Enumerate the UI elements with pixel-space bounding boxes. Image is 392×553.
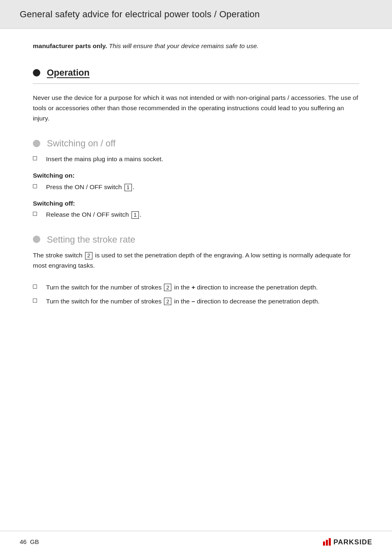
stroke-rate-text-1: Turn the switch for the number of stroke…	[46, 296, 359, 306]
intro-paragraph: manufacturer parts only. This will ensur…	[33, 41, 359, 51]
switching-off-label: Switching off:	[33, 199, 359, 208]
switching-item-text-0: Insert the mains plug into a mains socke…	[46, 154, 359, 164]
stroke-rate-bullet-0	[33, 285, 37, 289]
switching-heading-text: Switching on / off	[47, 137, 115, 150]
switching-heading: Switching on / off	[33, 137, 359, 150]
operation-bullet	[33, 69, 40, 76]
operation-heading: Operation	[33, 66, 359, 79]
badge-2c: 2	[164, 298, 171, 305]
switching-on-block: Switching on: Press the ON / OFF switch …	[33, 171, 359, 192]
footer-lang: GB	[30, 538, 39, 545]
intro-italic: This will ensure that your device remain…	[109, 42, 258, 49]
footer: 46 GB PARKSIDE	[0, 531, 392, 553]
brand-name: PARKSIDE	[333, 537, 372, 548]
operation-body: Never use the device for a purpose for w…	[33, 93, 359, 123]
switching-on-text: Press the ON / OFF switch 1.	[46, 182, 359, 192]
section-stroke-rate: Setting the stroke rate The stroke switc…	[33, 233, 359, 306]
footer-brand: PARKSIDE	[323, 537, 372, 548]
stroke-rate-bullet-1	[33, 298, 37, 303]
switching-off-text: Release the ON / OFF switch 1.	[46, 210, 359, 220]
badge-1a: 1	[125, 184, 132, 191]
brand-stripe-2	[326, 540, 328, 546]
header-title: General safety advice for electrical pow…	[20, 9, 260, 19]
switching-on-bullet	[33, 184, 37, 188]
switching-off-bullet	[33, 212, 37, 216]
intro-bold: manufacturer parts only.	[33, 42, 107, 49]
operation-heading-text: Operation	[47, 66, 90, 79]
brand-stripes-icon	[323, 538, 331, 546]
operation-divider	[33, 83, 359, 84]
badge-1b: 1	[131, 211, 139, 219]
brand-stripe-3	[329, 538, 331, 546]
switching-off-item: Release the ON / OFF switch 1.	[33, 210, 359, 220]
brand-stripe-1	[323, 541, 325, 546]
section-operation: Operation Never use the device for a pur…	[33, 66, 359, 123]
switching-list-item-0: Insert the mains plug into a mains socke…	[33, 154, 359, 164]
stroke-rate-bullet	[33, 236, 40, 243]
switching-bullet-0	[33, 156, 37, 160]
badge-2a: 2	[85, 252, 92, 259]
stroke-rate-heading-text: Setting the stroke rate	[47, 233, 135, 246]
content: manufacturer parts only. This will ensur…	[0, 29, 392, 336]
stroke-rate-item-1: Turn the switch for the number of stroke…	[33, 296, 359, 306]
switching-bullet	[33, 140, 40, 147]
footer-page-info: 46 GB	[20, 537, 39, 547]
header: General safety advice for electrical pow…	[0, 0, 392, 29]
stroke-rate-item-0: Turn the switch for the number of stroke…	[33, 282, 359, 292]
page-number: 46	[20, 538, 27, 545]
switching-on-label: Switching on:	[33, 171, 359, 180]
switching-on-item: Press the ON / OFF switch 1.	[33, 182, 359, 192]
stroke-rate-text-0: Turn the switch for the number of stroke…	[46, 282, 359, 292]
switching-off-block: Switching off: Release the ON / OFF swit…	[33, 199, 359, 220]
stroke-rate-heading: Setting the stroke rate	[33, 233, 359, 246]
section-switching: Switching on / off Insert the mains plug…	[33, 137, 359, 220]
page: General safety advice for electrical pow…	[0, 0, 392, 553]
badge-2b: 2	[164, 284, 171, 291]
stroke-rate-body: The stroke switch 2 is used to set the p…	[33, 250, 359, 271]
